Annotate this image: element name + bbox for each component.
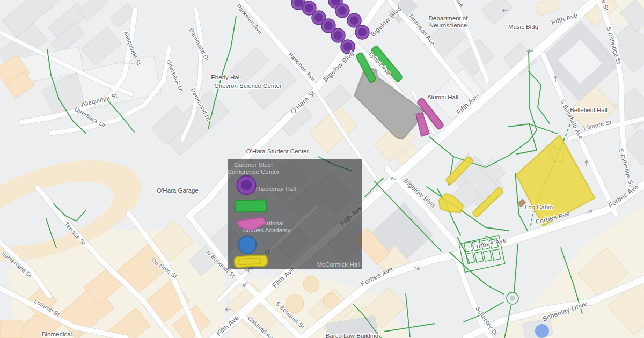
poi-label: Department ofNeuroscience (429, 15, 469, 28)
campus-map[interactable]: Parkman AveParkman AveBigelow BlvdBigelo… (0, 0, 644, 338)
pond (535, 324, 549, 338)
roundabout-statue (510, 296, 515, 301)
poi-label: Chevron Science Center (214, 83, 281, 89)
poi-label: Alumni Hall (427, 94, 458, 100)
poi-label: Music Bldg (508, 24, 538, 30)
parking-marker-purple-core (314, 13, 323, 22)
overlay-poi-label: McCormick Hall (317, 261, 361, 268)
map-canvas[interactable]: Parkman AveParkman AveBigelow BlvdBigelo… (0, 0, 644, 338)
poi-label: O'Hara Garage (157, 187, 199, 194)
poi-label: Log Cabin (525, 204, 553, 210)
poi-label: Biomedical (42, 331, 72, 337)
parking-marker-purple-core (343, 42, 352, 51)
building (0, 321, 23, 338)
poi-label: Barco Law Building (326, 333, 378, 338)
parking-marker-purple-core (324, 21, 333, 30)
overlay-marker-purple-core (241, 180, 252, 190)
parking-marker-purple-core (305, 4, 313, 12)
tower-building (303, 276, 319, 292)
poi-label: Bellefield Hall (570, 107, 608, 113)
overlay-marker-green-rect[interactable] (235, 200, 267, 212)
overlay-poi-label: Thackeray Hall (255, 186, 296, 192)
parking-marker-purple-core (338, 6, 347, 15)
parking-marker-purple-core (350, 16, 358, 25)
parking-marker-purple-core (334, 31, 342, 40)
overlay-marker-blue-circle[interactable] (239, 236, 257, 254)
parking-marker-purple-core (358, 28, 367, 36)
poi-label: O'Hara Student Center (246, 148, 309, 155)
overlay-poi-label: Gardner SteelConference Center (227, 161, 279, 175)
poi-label: Eberly Hall (211, 74, 241, 80)
overlay-marker-yellow-rect[interactable] (235, 255, 268, 267)
